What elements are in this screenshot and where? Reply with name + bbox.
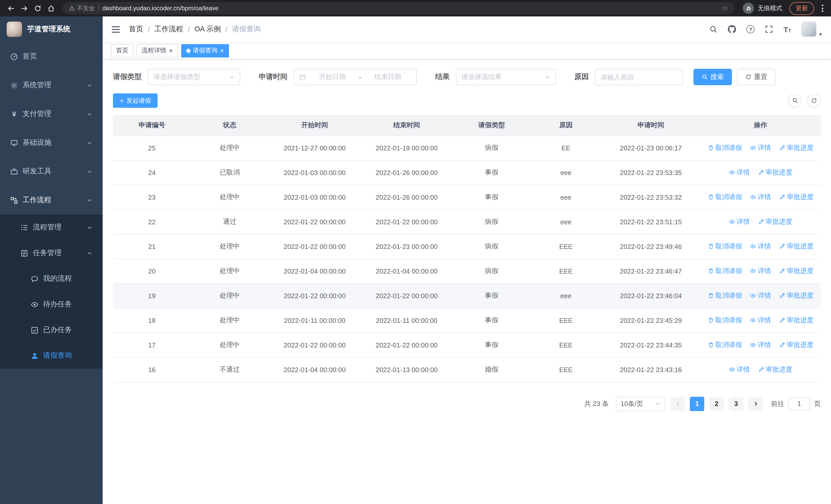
cell-status: 处理中	[191, 308, 268, 333]
page-button-3[interactable]: 3	[729, 396, 743, 411]
sidebar-item-done-tasks[interactable]: 已办任务	[0, 317, 103, 343]
progress-link[interactable]: 审批进度	[779, 143, 813, 152]
page-button-2[interactable]: 2	[709, 396, 724, 411]
cancel-leave-link[interactable]: 取消请假	[708, 192, 742, 202]
detail-link[interactable]: 详情	[750, 266, 771, 276]
cancel-leave-link[interactable]: 取消请假	[708, 316, 742, 325]
close-icon[interactable]: ×	[169, 47, 173, 54]
cell-leave-type: 病假	[453, 234, 531, 259]
tab-process-detail[interactable]: 流程详情 ×	[137, 44, 178, 57]
detail-link[interactable]: 详情	[750, 192, 771, 202]
active-tab-dot	[186, 49, 190, 53]
leave-type-select[interactable]: 请选择请假类型	[148, 69, 240, 85]
sidebar-item-workflow[interactable]: 工作流程	[0, 186, 103, 214]
chevron-down-icon	[87, 111, 92, 117]
incognito-badge: 无痕模式	[743, 3, 782, 14]
prev-page-button[interactable]	[670, 396, 685, 411]
breadcrumb-item[interactable]: OA 示例	[195, 25, 221, 34]
search-icon[interactable]	[710, 25, 718, 33]
close-icon[interactable]: ×	[220, 47, 224, 54]
page-button-1[interactable]: 1	[690, 396, 704, 411]
cell-reason: eee	[531, 209, 601, 234]
cancel-leave-link[interactable]: 取消请假	[708, 291, 742, 300]
progress-link[interactable]: 审批进度	[779, 340, 813, 350]
detail-link[interactable]: 详情	[750, 143, 771, 152]
avatar[interactable]	[801, 22, 816, 37]
next-page-button[interactable]	[748, 396, 763, 411]
security-warning[interactable]: 不安全	[69, 4, 95, 12]
sidebar-item-devtools[interactable]: 研发工具	[0, 157, 103, 186]
sidebar-item-payment[interactable]: ¥ 支付管理	[0, 99, 103, 128]
sidebar-item-home[interactable]: 首页	[0, 42, 103, 71]
toggle-search-button[interactable]	[788, 94, 802, 108]
breadcrumb-item[interactable]: 工作流程	[154, 25, 183, 34]
pen-icon	[779, 145, 785, 151]
sidebar-item-system[interactable]: 系统管理	[0, 71, 103, 99]
cell-leave-type: 事假	[453, 185, 531, 209]
tab-home[interactable]: 首页	[111, 44, 134, 57]
sidebar-item-my-process[interactable]: 我的流程	[0, 266, 103, 292]
progress-link[interactable]: 审批进度	[779, 316, 813, 325]
progress-link[interactable]: 审批进度	[779, 266, 813, 276]
reason-input[interactable]	[601, 73, 678, 81]
sidebar-item-infrastructure[interactable]: 基础设施	[0, 128, 103, 157]
workflow-icon	[10, 196, 18, 204]
progress-link[interactable]: 审批进度	[758, 365, 792, 374]
tab-leave-query[interactable]: 请假查询 ×	[181, 44, 229, 57]
github-icon[interactable]	[728, 25, 736, 33]
caret-down-icon: ▼	[818, 32, 823, 37]
fullscreen-icon[interactable]	[765, 25, 773, 33]
sidebar-item-leave-query[interactable]: 请假查询	[0, 343, 103, 368]
reload-icon[interactable]	[31, 2, 44, 15]
back-icon[interactable]	[4, 2, 18, 15]
browser-update-button[interactable]: 更新	[790, 2, 814, 14]
sidebar-item-label: 任务管理	[33, 248, 82, 258]
font-size-icon[interactable]: TT	[783, 25, 791, 33]
detail-link[interactable]: 详情	[750, 291, 771, 300]
breadcrumb-item[interactable]: 首页	[129, 25, 143, 34]
detail-link[interactable]: 详情	[750, 316, 771, 325]
sidebar-item-process-mgmt[interactable]: 流程管理	[0, 214, 103, 240]
table-row: 18 处理中 2022-01-11 00:00:00 2022-01-11 00…	[113, 308, 821, 333]
create-leave-button[interactable]: + 发起请假	[113, 93, 157, 108]
table-header-row: 申请编号 状态 开始时间 结束时间 请假类型 原因 申请时间 操作	[113, 115, 821, 136]
sidebar-item-todo-tasks[interactable]: 待办任务	[0, 292, 103, 317]
forward-icon[interactable]	[18, 2, 31, 15]
sidebar-collapse-icon[interactable]	[111, 24, 121, 34]
detail-link[interactable]: 详情	[729, 365, 750, 374]
home-icon[interactable]	[44, 2, 57, 15]
cell-leave-type: 事假	[453, 308, 531, 333]
goto-page-input[interactable]	[789, 397, 810, 410]
user-menu[interactable]: ▼	[801, 22, 823, 37]
detail-link[interactable]: 详情	[750, 340, 771, 350]
apply-time-range-picker[interactable]: 开始日期 - 结束日期	[294, 69, 417, 85]
cancel-leave-link[interactable]: 取消请假	[708, 242, 742, 251]
progress-link[interactable]: 审批进度	[779, 242, 813, 251]
cancel-leave-link[interactable]: 取消请假	[708, 143, 742, 152]
page-size-select[interactable]: 10条/页	[616, 396, 665, 411]
refresh-table-button[interactable]	[807, 94, 821, 108]
breadcrumb-current: 请假查询	[232, 25, 261, 34]
help-icon[interactable]: ?	[747, 25, 755, 33]
breadcrumb-separator: /	[225, 25, 227, 33]
progress-link[interactable]: 审批进度	[758, 217, 792, 226]
search-button[interactable]: 搜索	[693, 69, 732, 85]
table-row: 23 处理中 2022-01-03 00:00:00 2022-01-26 00…	[113, 185, 821, 209]
progress-link-label: 审批进度	[787, 242, 813, 251]
result-select[interactable]: 请选择流结果	[456, 69, 556, 85]
cancel-leave-link[interactable]: 取消请假	[708, 340, 742, 350]
progress-link[interactable]: 审批进度	[779, 192, 813, 202]
progress-link[interactable]: 审批进度	[758, 168, 792, 177]
col-header-status: 状态	[191, 115, 268, 136]
detail-link[interactable]: 详情	[729, 217, 750, 226]
reset-button[interactable]: 重置	[737, 69, 776, 85]
progress-link[interactable]: 审批进度	[779, 291, 813, 300]
cancel-leave-link[interactable]: 取消请假	[708, 266, 742, 276]
detail-link[interactable]: 详情	[729, 168, 750, 177]
eye-icon	[750, 145, 756, 151]
detail-link[interactable]: 详情	[750, 242, 771, 251]
browser-menu-icon[interactable]	[818, 3, 827, 14]
address-bar[interactable]: 不安全 dashboard.yudao.iocoder.cn/bpm/oa/le…	[63, 2, 735, 14]
sidebar-item-task-mgmt[interactable]: 任务管理	[0, 240, 103, 266]
bookmark-star-icon[interactable]: ☆	[722, 4, 728, 12]
